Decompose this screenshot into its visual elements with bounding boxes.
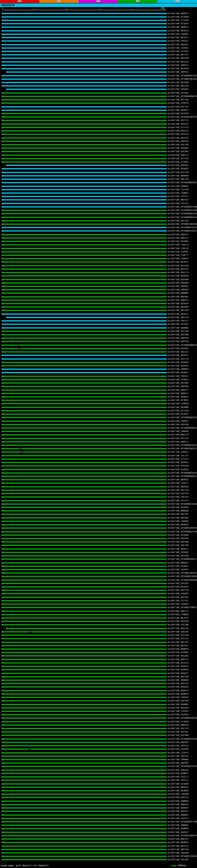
hit-bar[interactable] [2,828,166,829]
hit-label[interactable]: UniRef100_Q6DQG3 [168,562,188,564]
hit-label[interactable]: UniRef100_A7TZ37 [168,458,188,460]
hit-label[interactable]: UniRef100_P46777 [168,320,188,322]
hit-label[interactable]: UniRef100_Q90YN5 [168,385,188,388]
hit-bar[interactable] [2,559,166,560]
hit-bar[interactable] [2,248,166,249]
hit-label[interactable]: UniRef100_Q9XVG2 [168,347,188,350]
hit-bar[interactable] [2,155,166,156]
hit-label[interactable]: UniRef100_P29895 [168,378,188,381]
hit-bar[interactable] [2,631,166,632]
hit-label[interactable]: UniRef100_UPI00005A8C11 [168,558,197,560]
hit-label[interactable]: UniRef100_C7YTE1 [168,599,188,602]
hit-bar[interactable] [2,79,166,80]
hit-bar[interactable] [2,265,166,266]
hit-label[interactable]: UniRef100_C1GPY3 [168,752,188,754]
hit-bar[interactable] [2,731,166,733]
hit-label[interactable]: UniRef100_Q1BPK2 [168,396,188,398]
hit-bar[interactable] [2,683,166,684]
hit-label[interactable]: UniRef100_C1MXG8 [168,402,188,405]
hit-label[interactable]: UniRef100_C71X56 [168,19,188,22]
hit-label[interactable]: UniRef100_Q9X175 [168,610,188,613]
hit-bar[interactable] [2,351,166,352]
hit-label[interactable]: UniRef100_A4S796 [168,144,188,146]
hit-bar[interactable] [2,814,166,816]
hit-label[interactable]: UniRef100_Q76I90 [168,465,188,467]
hit-bar[interactable] [2,196,166,197]
hit-bar[interactable] [2,527,166,529]
hit-label[interactable]: UniRef100_UPI0000F2B6E8 [168,575,197,578]
hit-label[interactable]: UniRef100_Q23608 [168,16,188,18]
hit-label[interactable]: UniRef100_UPI000186E3C5 [168,447,197,450]
hit-label[interactable]: UniRef100_B2B892 [168,523,188,526]
hit-label[interactable]: UniRef100_A9TXS7 [168,123,188,125]
hit-label[interactable]: UniRef100_UPI00005BF43A [168,213,197,215]
hit-label[interactable]: UniRef100_A47962 [168,382,188,384]
hit-bar[interactable] [2,621,166,622]
hit-bar[interactable] [2,331,166,332]
hit-bar[interactable] [2,666,166,667]
hit-label[interactable]: UniRef100_Q45SX4 [168,582,188,585]
hit-label[interactable]: UniRef100_A6SLG6 [168,627,188,630]
hit-bar[interactable] [2,807,166,809]
hit-label[interactable]: UniRef100_C4J445 [168,50,188,53]
hit-bar[interactable] [2,859,166,860]
hit-bar[interactable] [2,65,166,66]
hit-bar[interactable] [2,102,166,104]
hit-bar[interactable] [2,206,166,208]
hit-label[interactable]: UniRef100_P52822 [168,413,188,415]
hit-bar[interactable] [2,320,166,321]
hit-bar[interactable] [2,238,166,239]
hit-bar[interactable] [2,759,166,760]
hit-bar[interactable] [2,655,166,656]
hit-bar[interactable] [2,116,166,118]
hit-label[interactable]: UniRef100_Q6JWM5 [168,789,188,792]
hit-bar[interactable] [2,624,166,625]
hit-bar[interactable] [2,755,166,757]
hit-bar[interactable] [2,369,166,370]
hit-bar[interactable] [2,279,166,280]
hit-label[interactable]: UniRef100_A0HP55 [168,12,188,15]
hit-bar[interactable] [2,338,166,339]
hit-bar[interactable] [2,376,166,377]
hit-label[interactable]: UniRef100_Q55UC7 [168,313,188,315]
hit-bar[interactable] [2,552,166,553]
hit-label[interactable]: UniRef100_Q9MTH3 [168,337,188,339]
hit-bar[interactable] [2,524,166,525]
hit-bar[interactable] [2,148,166,149]
hit-label[interactable]: UniRef100_C1MYK4 [168,710,188,713]
hit-bar[interactable] [2,576,166,577]
hit-label[interactable]: UniRef100_Q4U3W1 [168,150,188,153]
hit-bar[interactable] [2,303,166,304]
hit-label[interactable]: UniRef100_Q9TFY0 [168,589,188,591]
hit-label[interactable]: UniRef100_B6K5J4 [168,838,188,840]
hit-label[interactable]: UniRef100_Q75213 [168,133,188,135]
hit-bar[interactable] [2,400,166,401]
hit-bar[interactable] [2,586,166,588]
hit-label[interactable]: UniRef100_B0FWK5 [168,296,188,298]
hit-label[interactable]: UniRef100_B5DK39 [168,689,188,692]
hit-bar[interactable] [2,48,166,49]
hit-bar[interactable] [2,386,166,387]
hit-bar[interactable] [2,306,166,308]
hit-bar[interactable] [2,286,166,287]
hit-bar[interactable] [2,334,166,335]
hit-label[interactable]: UniRef100_C5KDH0 [168,852,188,854]
hit-label[interactable]: UniRef100_A9UEW1 [168,147,188,149]
hit-bar[interactable] [2,752,166,753]
hit-bar[interactable] [2,614,166,615]
hit-label[interactable]: UniRef100_UPI000151B2E4 [168,855,197,858]
hit-bar[interactable] [2,137,166,138]
hit-bar[interactable] [2,407,166,408]
hit-bar[interactable] [2,790,166,791]
hit-label[interactable]: UniRef100_UPI0000ED0F22 [168,475,197,477]
hit-label[interactable]: UniRef100_A3KW11 [168,451,188,453]
hit-label[interactable]: UniRef100_A7TKQ5 [168,161,188,163]
hit-label[interactable]: UniRef100_B4KF17 [168,658,188,661]
hit-label[interactable]: UniRef100_B9CYD8 [168,676,188,678]
hit-bar[interactable] [2,776,166,777]
hit-bar[interactable] [2,555,166,556]
hit-bar[interactable] [2,310,166,311]
hit-bar[interactable] [2,261,166,262]
hit-label[interactable]: UniRef100_C6LSW3 [168,859,188,861]
hit-label[interactable]: UniRef100_B5DGH0 [168,278,188,281]
